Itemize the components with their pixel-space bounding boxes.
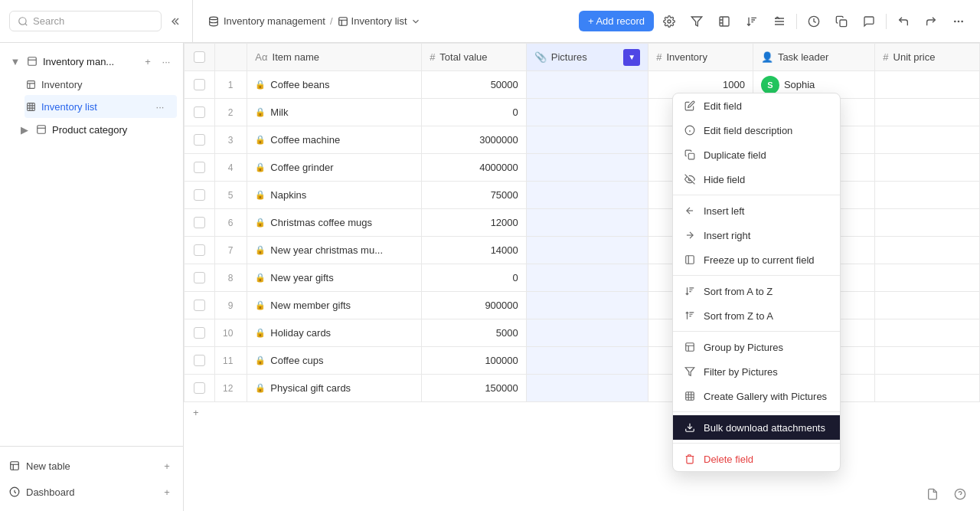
collapse-sidebar-button[interactable] <box>165 12 183 31</box>
unit-price-cell[interactable] <box>875 71 980 99</box>
breadcrumb-table[interactable]: Inventory list <box>338 15 421 27</box>
fields-button[interactable] <box>712 9 737 34</box>
unit-price-cell[interactable] <box>875 237 980 264</box>
row-checkbox[interactable] <box>194 327 205 339</box>
row-checkbox[interactable] <box>194 162 205 173</box>
item-name-cell[interactable]: 🔒 Coffee machine <box>247 126 422 154</box>
total-value-cell[interactable]: 75000 <box>422 182 527 209</box>
add-table-button[interactable]: + <box>140 54 155 69</box>
pictures-cell[interactable] <box>526 375 648 402</box>
pictures-cell[interactable] <box>526 126 648 154</box>
select-all-checkbox[interactable] <box>194 51 205 63</box>
page-button[interactable] <box>922 483 943 505</box>
menu-item-duplicate-field[interactable]: Duplicate field <box>673 142 840 167</box>
undo-button[interactable] <box>891 9 916 34</box>
pictures-dropdown-button[interactable]: ▼ <box>623 49 640 66</box>
row-checkbox[interactable] <box>194 106 205 118</box>
menu-item-insert-left[interactable]: Insert left <box>673 198 840 223</box>
unit-price-cell[interactable] <box>875 319 980 347</box>
total-value-cell[interactable]: 0 <box>422 99 527 126</box>
settings-button[interactable] <box>657 9 681 34</box>
unit-price-cell[interactable] <box>875 347 980 375</box>
add-row-button[interactable]: + <box>184 402 980 423</box>
pictures-cell[interactable] <box>526 347 648 375</box>
sidebar-product-category[interactable]: ▶ Product category <box>0 119 183 140</box>
item-name-cell[interactable]: 🔒 New member gifts <box>247 292 422 319</box>
menu-item-delete-field[interactable]: Delete field <box>673 447 840 471</box>
total-value-cell[interactable]: 900000 <box>422 292 527 319</box>
row-checkbox[interactable] <box>194 355 205 366</box>
pictures-cell[interactable] <box>526 99 648 126</box>
redo-button[interactable] <box>919 9 943 34</box>
item-name-cell[interactable]: 🔒 Milk <box>247 99 422 126</box>
more-button[interactable] <box>946 9 971 34</box>
item-name-cell[interactable]: 🔒 Napkins <box>247 182 422 209</box>
menu-item-hide-field[interactable]: Hide field <box>673 167 840 192</box>
item-name-cell[interactable]: 🔒 New year christmas mu... <box>247 237 422 264</box>
item-name-cell[interactable]: 🔒 Physical gift cards <box>247 375 422 402</box>
row-checkbox[interactable] <box>194 300 205 311</box>
th-task-leader[interactable]: 👤 Task leader <box>753 44 874 71</box>
pictures-cell[interactable] <box>526 154 648 182</box>
th-inventory[interactable]: # Inventory <box>648 44 753 71</box>
sidebar-item-inventory-list[interactable]: Inventory list ··· <box>24 95 177 118</box>
sidebar-db-item[interactable]: ▼ Inventory man... + ··· <box>0 49 183 74</box>
add-new-table-button[interactable]: + <box>160 459 174 473</box>
unit-price-cell[interactable] <box>875 292 980 319</box>
row-checkbox[interactable] <box>194 382 205 394</box>
row-checkbox[interactable] <box>194 217 205 228</box>
menu-item-filter-by[interactable]: Filter by Pictures <box>673 359 840 384</box>
menu-item-freeze[interactable]: Freeze up to current field <box>673 247 840 272</box>
row-height-button[interactable] <box>767 9 792 34</box>
menu-item-edit-field-description[interactable]: Edit field description <box>673 118 840 142</box>
item-name-cell[interactable]: 🔒 Coffee cups <box>247 347 422 375</box>
history-button[interactable] <box>802 9 826 34</box>
inventory-list-more-button[interactable]: ··· <box>152 99 168 114</box>
db-more-button[interactable]: ··· <box>158 54 174 69</box>
menu-item-edit-field[interactable]: Edit field <box>673 93 840 118</box>
pictures-cell[interactable] <box>526 71 648 99</box>
row-checkbox[interactable] <box>194 189 205 201</box>
sidebar-item-inventory[interactable]: Inventory <box>24 74 177 94</box>
unit-price-cell[interactable] <box>875 264 980 292</box>
menu-item-sort-za[interactable]: Sort from Z to A <box>673 303 840 328</box>
th-unit-price[interactable]: # Unit price <box>875 44 980 71</box>
help-button[interactable] <box>949 483 971 505</box>
new-table-item[interactable]: New table + <box>0 453 183 479</box>
copy-button[interactable] <box>829 9 854 34</box>
th-item-name[interactable]: Aα Item name <box>247 44 422 71</box>
item-name-cell[interactable]: 🔒 Coffee beans <box>247 71 422 99</box>
menu-item-sort-az[interactable]: Sort from A to Z <box>673 279 840 303</box>
row-checkbox[interactable] <box>194 79 205 90</box>
dashboard-item[interactable]: Dashboard + <box>0 479 183 505</box>
th-pictures[interactable]: 📎 Pictures ▼ <box>526 44 648 71</box>
total-value-cell[interactable]: 50000 <box>422 71 527 99</box>
unit-price-cell[interactable] <box>875 154 980 182</box>
menu-item-group-by[interactable]: Group by Pictures <box>673 335 840 359</box>
unit-price-cell[interactable] <box>875 126 980 154</box>
total-value-cell[interactable]: 12000 <box>422 209 527 237</box>
menu-item-insert-right[interactable]: Insert right <box>673 223 840 247</box>
item-name-cell[interactable]: 🔒 Christmas coffee mugs <box>247 209 422 237</box>
total-value-cell[interactable]: 100000 <box>422 347 527 375</box>
unit-price-cell[interactable] <box>875 375 980 402</box>
add-dashboard-button[interactable]: + <box>160 485 174 499</box>
pictures-cell[interactable] <box>526 319 648 347</box>
breadcrumb-db[interactable]: Inventory management <box>208 15 325 27</box>
total-value-cell[interactable]: 4000000 <box>422 154 527 182</box>
menu-item-bulk-download[interactable]: Bulk download attachments <box>673 415 840 440</box>
sort-button[interactable] <box>740 9 764 34</box>
menu-item-create-gallery[interactable]: Create Gallery with Pictures <box>673 384 840 408</box>
table-wrapper[interactable]: Aα Item name # Total value <box>184 43 980 511</box>
add-record-button[interactable]: + Add record <box>579 11 654 31</box>
row-checkbox[interactable] <box>194 134 205 146</box>
th-total-value[interactable]: # Total value <box>422 44 527 71</box>
total-value-cell[interactable]: 3000000 <box>422 126 527 154</box>
total-value-cell[interactable]: 150000 <box>422 375 527 402</box>
pictures-cell[interactable] <box>526 209 648 237</box>
unit-price-cell[interactable] <box>875 182 980 209</box>
pictures-cell[interactable] <box>526 237 648 264</box>
item-name-cell[interactable]: 🔒 New year gifts <box>247 264 422 292</box>
item-name-cell[interactable]: 🔒 Coffee grinder <box>247 154 422 182</box>
comment-button[interactable] <box>857 9 881 34</box>
